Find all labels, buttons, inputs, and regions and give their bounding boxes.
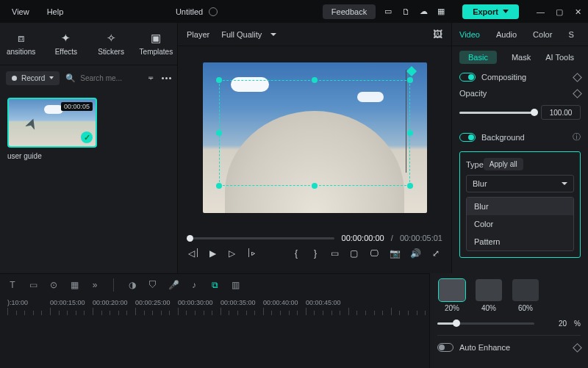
fullscreen-icon[interactable]: ⤢ [431,248,441,259]
ruler-time: 00:00:40:00 [263,299,306,306]
background-toggle[interactable] [459,133,476,142]
apply-all-button[interactable]: Apply all [484,158,523,170]
auto-enhance-toggle[interactable] [437,343,453,352]
snapshot-icon[interactable]: 🖼 [433,29,442,40]
history-icon[interactable] [209,7,218,16]
save-icon[interactable]: 🗋 [401,7,411,17]
blur-swatch-20[interactable] [439,279,465,301]
subtab-mask[interactable]: Mask [512,53,531,62]
handle-top-mid[interactable] [312,77,318,83]
project-title: Untitled [176,7,203,16]
playhead-icon[interactable] [187,235,193,242]
handle-rotate[interactable] [406,66,416,76]
close-button[interactable]: ✕ [575,7,584,16]
mic-icon[interactable]: 🎤 [168,280,179,290]
magnet-icon[interactable]: ⧉ [209,280,220,290]
keyframe-icon[interactable] [573,73,582,82]
dropdown-menu: Blur Color Pattern [466,197,574,251]
volume-icon[interactable]: 🔊 [410,248,420,259]
tab-templates[interactable]: ▣ Templates [138,32,174,56]
handle-bottom-mid[interactable] [312,183,318,189]
minimize-button[interactable]: — [537,7,545,16]
mark-in-icon[interactable]: { [291,248,301,259]
option-pattern[interactable]: Pattern [467,233,573,250]
handle-right-mid[interactable] [407,130,413,136]
display-icon[interactable]: 🖵 [369,248,379,259]
handle-top-right[interactable] [407,77,413,83]
tab-transitions[interactable]: ⧈ ansitions [3,32,39,56]
chevron-down-icon [562,182,567,185]
slider-knob[interactable] [453,320,460,327]
quality-dropdown[interactable]: Full Quality [221,30,276,39]
crop-icon[interactable]: ▭ [28,280,38,290]
ruler-time: 00:00:35:00 [220,299,263,306]
more-icon[interactable]: » [90,280,100,290]
export-label: Export [473,7,498,16]
clip-thumbnail[interactable]: 00:00:05 ✓ [7,98,97,148]
handle-top-left[interactable] [216,77,222,83]
type-dropdown[interactable]: Blur [466,175,574,192]
blur-slider[interactable] [437,322,534,325]
tab-video[interactable]: Video [459,30,480,39]
option-blur[interactable]: Blur [467,198,573,215]
tab-stickers[interactable]: ✧ Stickers [93,32,129,56]
opacity-value[interactable]: 100.00 [541,105,581,120]
feedback-button[interactable]: Feedback [323,4,376,19]
blur-value[interactable]: 20 [542,320,567,328]
audio-icon[interactable]: ♪ [189,280,199,290]
video-viewport[interactable] [203,62,427,213]
mark-out-icon[interactable]: } [310,248,320,259]
filter-icon[interactable]: ⫧ [146,73,156,83]
tab-speed[interactable]: S [568,30,573,39]
speed-icon[interactable]: ⊙ [49,280,59,290]
tab-audio[interactable]: Audio [496,30,517,39]
subtab-basic[interactable]: Basic [459,51,497,64]
menu-view[interactable]: View [4,4,37,19]
adjust-icon[interactable]: ◑ [127,280,137,290]
keyframe-icon[interactable] [573,343,582,353]
selection-box[interactable] [219,80,410,186]
tab-effects[interactable]: ✦ Effects [48,32,84,56]
option-color[interactable]: Color [467,215,573,233]
export-button[interactable]: Export [462,4,519,19]
handle-bottom-left[interactable] [216,183,222,189]
marker-icon[interactable]: ⛉ [148,280,158,290]
tab-color[interactable]: Color [533,30,552,39]
media-clip[interactable]: 00:00:05 ✓ user guide [7,98,97,160]
maximize-button[interactable]: ▢ [556,7,564,16]
handle-bottom-right[interactable] [407,183,413,189]
scrubber[interactable] [187,237,334,239]
cloud-icon[interactable]: ☁ [418,7,429,17]
blur-swatch-60[interactable] [512,279,539,301]
filmstrip-icon[interactable]: ▥ [230,280,240,290]
more-button[interactable] [162,77,171,79]
frame-icon[interactable]: ▭ [329,248,340,259]
monitor-icon[interactable]: ▭ [383,7,393,17]
play-icon[interactable]: ▷ [226,248,237,259]
step-fwd-icon[interactable]: ⏐▷ [245,248,256,259]
quality-value: Full Quality [221,30,262,39]
compositing-toggle[interactable] [459,73,476,82]
grid-icon[interactable]: ▦ [436,7,446,17]
play-back-icon[interactable]: ▶ [207,248,218,259]
record-button[interactable]: Record [6,71,60,85]
opacity-slider[interactable] [459,112,535,114]
handle-left-mid[interactable] [216,130,222,136]
color-icon[interactable]: ▦ [69,280,79,290]
search-input[interactable] [80,74,132,82]
subtab-ai[interactable]: AI Tools [545,53,574,62]
step-back-icon[interactable]: ◁⏐ [188,248,198,259]
transitions-label: ansitions [7,48,35,56]
opacity-label: Opacity [459,89,487,98]
camera-icon[interactable]: 📷 [390,248,400,259]
blur-swatch-40[interactable] [476,279,502,301]
ruler-time: ):10:00 [7,299,50,306]
menu-help[interactable]: Help [40,4,71,19]
slider-knob[interactable] [531,109,538,116]
keyframe-icon[interactable] [573,89,582,98]
help-icon[interactable]: ⓘ [573,131,581,142]
swatch-label: 60% [518,304,533,312]
player-label: Player [187,30,209,39]
text-tool-icon[interactable]: T [7,280,18,290]
edit-frame-icon[interactable]: ▢ [348,248,359,259]
